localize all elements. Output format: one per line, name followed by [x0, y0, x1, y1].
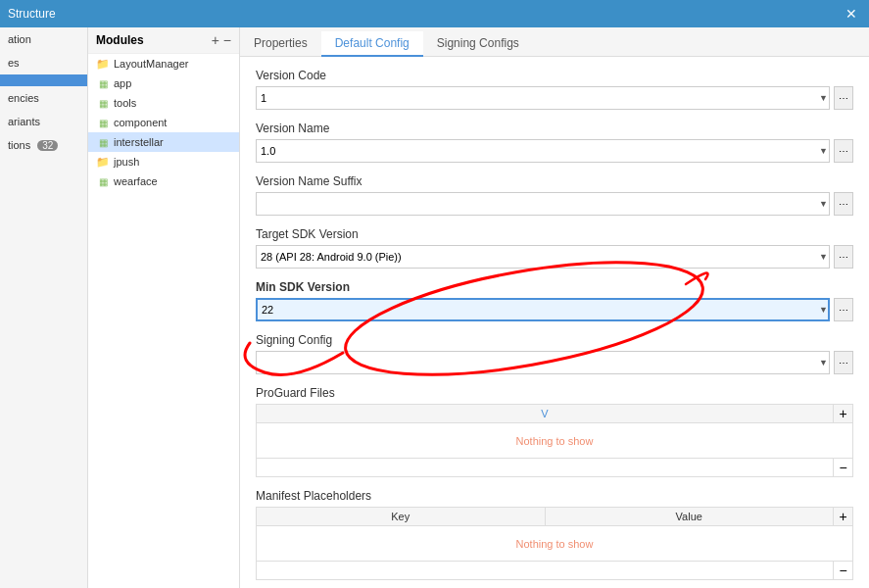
min-sdk-row: 22 ▼ ⋯	[256, 298, 853, 321]
signing-config-group: Signing Config ▼ ⋯	[256, 333, 853, 374]
version-code-extra-btn[interactable]: ⋯	[834, 86, 853, 110]
sidebar-badge: 32	[37, 140, 58, 151]
tab-default-config[interactable]: Default Config	[321, 31, 423, 57]
module-item-tools[interactable]: ▦ tools	[88, 93, 239, 113]
module-item-layoutmanager[interactable]: 📁 LayoutManager	[88, 54, 239, 74]
version-code-label: Version Code	[256, 69, 853, 82]
target-sdk-select-wrapper: 28 (API 28: Android 9.0 (Pie)) ▼	[256, 245, 830, 269]
android-icon-interstellar: ▦	[96, 135, 110, 149]
tab-signing-configs[interactable]: Signing Configs	[423, 31, 533, 57]
title-bar: Structure ✕	[0, 0, 869, 27]
folder-icon: 📁	[96, 57, 110, 71]
folder-icon-jpush: 📁	[96, 155, 110, 169]
sidebar-item-variants[interactable]: ariants	[0, 110, 87, 133]
close-button[interactable]: ✕	[842, 4, 861, 24]
modules-actions: + −	[212, 33, 231, 47]
tab-properties[interactable]: Properties	[240, 31, 321, 57]
proguard-label: ProGuard Files	[256, 386, 853, 400]
version-name-suffix-row: ▼ ⋯	[256, 192, 853, 216]
module-item-interstellar[interactable]: ▦ interstellar	[88, 132, 239, 152]
signing-config-extra-btn[interactable]: ⋯	[834, 351, 853, 374]
sidebar-item-encies[interactable]: encies	[0, 86, 87, 110]
manifest-placeholders-section: Manifest Placeholders Key Value + Nothin…	[256, 489, 853, 580]
min-sdk-select[interactable]: 22	[256, 298, 830, 321]
sidebar-item-es[interactable]: es	[0, 51, 87, 74]
signing-config-label: Signing Config	[256, 333, 853, 347]
window-title: Structure	[8, 7, 56, 21]
version-name-group: Version Name 1.0 ▼ ⋯	[256, 122, 853, 163]
proguard-add-button[interactable]: +	[833, 405, 852, 422]
manifest-footer: −	[256, 562, 853, 580]
target-sdk-select[interactable]: 28 (API 28: Android 9.0 (Pie))	[256, 245, 830, 269]
version-name-suffix-label: Version Name Suffix	[256, 174, 853, 188]
version-name-extra-btn[interactable]: ⋯	[834, 139, 853, 163]
module-item-app[interactable]: ▦ app	[88, 74, 239, 93]
android-icon-component: ▦	[96, 116, 110, 129]
target-sdk-label: Target SDK Version	[256, 227, 853, 241]
target-sdk-group: Target SDK Version 28 (API 28: Android 9…	[256, 227, 853, 269]
android-icon-app: ▦	[96, 76, 110, 90]
module-item-wearface[interactable]: ▦ wearface	[88, 172, 239, 191]
manifest-remove-button[interactable]: −	[833, 562, 852, 579]
version-name-row: 1.0 ▼ ⋯	[256, 139, 853, 163]
proguard-files-section: ProGuard Files V + Nothing to show −	[256, 386, 853, 477]
proguard-empty: Nothing to show	[256, 423, 853, 459]
target-sdk-extra-btn[interactable]: ⋯	[834, 245, 853, 269]
manifest-empty: Nothing to show	[256, 526, 853, 562]
sidebar-item-tions[interactable]: tions 32	[0, 133, 87, 157]
right-content: Properties Default Config Signing Config…	[240, 27, 869, 588]
min-sdk-select-wrapper: 22 ▼	[256, 298, 830, 321]
manifest-label: Manifest Placeholders	[256, 489, 853, 503]
proguard-v-header[interactable]: V	[257, 405, 833, 422]
min-sdk-extra-btn[interactable]: ⋯	[834, 298, 853, 321]
signing-config-select[interactable]	[256, 351, 830, 374]
module-item-component[interactable]: ▦ component	[88, 113, 239, 132]
version-name-suffix-select-wrapper: ▼	[256, 192, 830, 216]
tabs-bar: Properties Default Config Signing Config…	[240, 27, 869, 57]
modules-title: Modules	[96, 33, 144, 47]
min-sdk-label: Min SDK Version	[256, 280, 853, 294]
modules-panel: Modules + − 📁 LayoutManager ▦ app ▦ tool…	[88, 27, 240, 588]
min-sdk-group: Min SDK Version 22 ▼ ⋯	[256, 280, 853, 321]
version-code-row: 1 ▼ ⋯	[256, 86, 853, 110]
target-sdk-row: 28 (API 28: Android 9.0 (Pie)) ▼ ⋯	[256, 245, 853, 269]
content-area: Version Code 1 ▼ ⋯ Version Name	[240, 57, 869, 588]
version-code-select[interactable]: 1	[256, 86, 830, 110]
version-name-suffix-select[interactable]	[256, 192, 830, 216]
sidebar-item-active[interactable]	[0, 74, 87, 86]
sidebar-item-application[interactable]: ation	[0, 27, 87, 51]
signing-config-row: ▼ ⋯	[256, 351, 853, 374]
signing-config-select-wrapper: ▼	[256, 351, 830, 374]
proguard-remove-button[interactable]: −	[833, 459, 852, 476]
proguard-footer: −	[256, 459, 853, 477]
version-code-select-wrapper: 1 ▼	[256, 86, 830, 110]
proguard-empty-text: Nothing to show	[516, 435, 594, 447]
version-name-select-wrapper: 1.0 ▼	[256, 139, 830, 163]
add-module-button[interactable]: +	[212, 33, 219, 47]
left-sidebar: ation es encies ariants tions 32	[0, 27, 88, 588]
manifest-add-button[interactable]: +	[833, 508, 852, 525]
manifest-empty-text: Nothing to show	[516, 538, 594, 550]
version-name-select[interactable]: 1.0	[256, 139, 830, 163]
version-name-suffix-group: Version Name Suffix ▼ ⋯	[256, 174, 853, 216]
version-name-label: Version Name	[256, 122, 853, 135]
manifest-key-header: Key	[257, 508, 546, 525]
manifest-value-header: Value	[546, 508, 834, 525]
version-name-suffix-extra-btn[interactable]: ⋯	[834, 192, 853, 216]
modules-header: Modules + −	[88, 27, 239, 54]
module-item-jpush[interactable]: 📁 jpush	[88, 152, 239, 172]
android-icon-tools: ▦	[96, 96, 110, 110]
remove-module-button[interactable]: −	[223, 33, 231, 47]
version-code-group: Version Code 1 ▼ ⋯	[256, 69, 853, 110]
android-icon-wearface: ▦	[96, 174, 110, 188]
